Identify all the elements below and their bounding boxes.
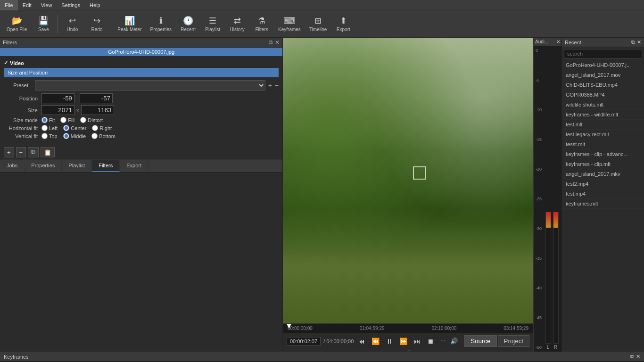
meter-label-10: -50 — [536, 345, 542, 350]
add-filter-button[interactable]: + — [4, 147, 14, 157]
recent-item-0[interactable]: GoProHero4-UHD-00007.j... — [562, 60, 644, 70]
save-button[interactable]: 💾 Save — [32, 12, 55, 36]
tab-export[interactable]: Export — [120, 160, 149, 172]
recent-item-2[interactable]: ChID-BLITS-EBU.mp4 — [562, 80, 644, 90]
menu-help[interactable]: Help — [85, 0, 105, 10]
skip-to-end-button[interactable]: ⏭ — [412, 337, 422, 346]
hfit-row: Horizontal fit Left Center Right — [4, 125, 279, 131]
skip-to-start-button[interactable]: ⏮ — [356, 337, 367, 346]
size-mode-fit[interactable]: Fit — [41, 117, 55, 123]
volume-icon[interactable]: 🔊 — [450, 337, 458, 345]
toolbar-sep-1 — [58, 15, 58, 33]
preset-add-icon[interactable]: + — [268, 82, 272, 89]
hfit-left[interactable]: Left — [41, 125, 58, 131]
recent-item-3[interactable]: GOPR0388.MP4 — [562, 90, 644, 100]
vfit-group: Top Middle Bottom — [41, 133, 116, 139]
vfit-bottom[interactable]: Bottom — [91, 133, 116, 139]
recent-item-1[interactable]: angel_island_2017.mov — [562, 70, 644, 80]
properties-button[interactable]: ℹ Properties — [147, 12, 176, 36]
meter-bar-l — [545, 212, 551, 344]
kf-float-icon[interactable]: ⧉ — [630, 354, 634, 360]
video-content — [283, 38, 533, 323]
properties-icon: ℹ — [159, 16, 163, 26]
total-time-display: / 04:00:00;00 — [323, 338, 354, 344]
recent-item-5[interactable]: keyframes - wildlife.mlt — [562, 110, 644, 120]
play-pause-button[interactable]: ⏸ — [384, 337, 395, 346]
meter-label-5: -25 — [536, 197, 542, 201]
timeline-label: Timeline — [309, 27, 327, 32]
filters-button[interactable]: ⚗ Filters — [250, 12, 273, 36]
tab-filters[interactable]: Filters — [92, 160, 120, 172]
tab-playlist[interactable]: Playlist — [62, 160, 92, 172]
toolbar-sep-2 — [111, 15, 111, 33]
vfit-middle[interactable]: Middle — [63, 133, 86, 139]
size-w-input[interactable] — [41, 105, 74, 115]
preset-select[interactable] — [35, 80, 265, 90]
peak-meter-button[interactable]: 📊 Peak Meter — [114, 12, 145, 36]
menu-file[interactable]: File — [0, 0, 18, 10]
tab-properties[interactable]: Properties — [25, 160, 62, 172]
hfit-right[interactable]: Right — [92, 125, 112, 131]
hfit-center[interactable]: Center — [63, 125, 86, 131]
search-input[interactable] — [564, 49, 642, 58]
save-label: Save — [38, 27, 49, 32]
recent-item-13[interactable]: test.mp4 — [562, 189, 644, 199]
stop-button[interactable]: ⏹ — [425, 337, 436, 346]
size-mode-distort[interactable]: Distort — [80, 117, 103, 123]
recent-item-8[interactable]: tesst.mlt — [562, 140, 644, 149]
source-button[interactable]: Source — [464, 335, 496, 347]
recent-header-controls: ⧉ ✕ — [631, 39, 641, 45]
menu-edit[interactable]: Edit — [18, 0, 36, 10]
recent-item-6[interactable]: test.mlt — [562, 120, 644, 130]
fast-forward-button[interactable]: ⏩ — [397, 337, 409, 346]
menu-settings[interactable]: Settings — [57, 0, 85, 10]
size-position-filter[interactable]: Size and Position — [4, 68, 279, 77]
recent-item-4[interactable]: wildlife shots.mlt — [562, 100, 644, 110]
keyframes-button[interactable]: ⌨ Keyframes — [274, 12, 305, 36]
filters-float-icon[interactable]: ⧉ — [269, 39, 273, 46]
recent-item-12[interactable]: test2.mp4 — [562, 179, 644, 189]
recent-item-10[interactable]: keyframes - clip.mlt — [562, 159, 644, 169]
recent-item-9[interactable]: keyframes - clip - advanc... — [562, 149, 644, 159]
meter-label-6: -30 — [536, 226, 542, 231]
filters-close-icon[interactable]: ✕ — [275, 39, 280, 46]
playhead-triangle-top — [287, 324, 291, 329]
video-background — [283, 38, 533, 323]
position-y-input[interactable] — [80, 93, 113, 103]
recent-item-14[interactable]: keyframes.mlt — [562, 199, 644, 209]
undo-button[interactable]: ↩ Undo — [60, 12, 84, 36]
kf-close-icon[interactable]: ✕ — [636, 354, 640, 360]
left-panel: Filters ⧉ ✕ GoProHero4-UHD-00007.jpg ✓ V… — [0, 38, 283, 352]
timeline-button[interactable]: ⊞ Timeline — [305, 12, 330, 36]
preset-label: Preset — [4, 82, 32, 88]
rewind-button[interactable]: ⏪ — [370, 337, 381, 346]
paste-filter-button[interactable]: 📋 — [41, 147, 55, 157]
position-x-input[interactable] — [41, 93, 74, 103]
history-button[interactable]: ⇄ History — [225, 12, 249, 36]
playlist-button[interactable]: ☰ Playlist — [201, 12, 224, 36]
export-button[interactable]: ⬆ Export — [331, 12, 355, 36]
size-mode-fill[interactable]: Fill — [60, 117, 74, 123]
recent-float-icon[interactable]: ⧉ — [631, 39, 635, 45]
tab-jobs[interactable]: Jobs — [0, 160, 25, 172]
audio-close-icon[interactable]: ✕ — [556, 39, 560, 44]
vfit-top[interactable]: Top — [41, 133, 58, 139]
recent-panel: Recent ⧉ ✕ GoProHero4-UHD-00007.j... ang… — [561, 38, 644, 352]
recent-item-11[interactable]: angel_island_2017.mkv — [562, 169, 644, 179]
menu-view[interactable]: View — [36, 0, 57, 10]
keyframes-label: Keyframes — [278, 27, 301, 32]
meter-label-8: -40 — [536, 286, 542, 290]
meter-label-1: -5 — [536, 78, 542, 82]
remove-filter-button[interactable]: − — [16, 147, 26, 157]
size-h-input[interactable] — [81, 105, 114, 115]
copy-filter-button[interactable]: ⧉ — [28, 147, 39, 157]
vertical-resize-handle[interactable]: ⋯ — [283, 349, 533, 352]
recent-close-icon[interactable]: ✕ — [637, 39, 641, 45]
preset-remove-icon[interactable]: − — [275, 82, 279, 89]
redo-button[interactable]: ↪ Redo — [85, 12, 108, 36]
recent-button[interactable]: 🕐 Recent — [176, 12, 200, 36]
open-file-button[interactable]: 📂 Open File — [3, 12, 31, 36]
project-button[interactable]: Project — [498, 335, 529, 347]
recent-item-7[interactable]: test legacy rect.mlt — [562, 130, 644, 140]
audio-panel: Audi... ✕ 0 -5 -10 -15 -20 -25 -30 -35 -… — [533, 38, 561, 352]
